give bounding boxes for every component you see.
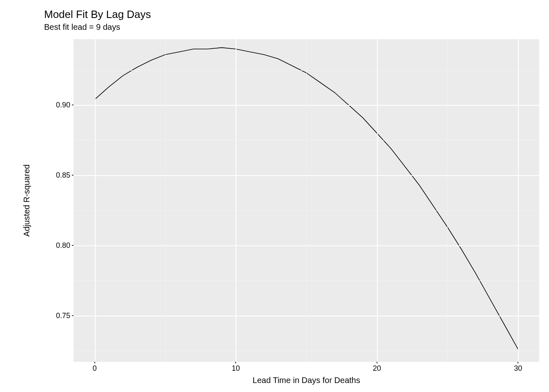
y-tick-label: 0.85 — [46, 171, 70, 180]
plot-area — [74, 39, 539, 362]
x-tick-mark — [518, 362, 518, 363]
y-tick-mark — [72, 245, 74, 246]
grid-line-v — [377, 39, 378, 362]
x-axis-label: Lead Time in Days for Deaths — [74, 376, 539, 385]
chart-title: Model Fit By Lag Days — [44, 8, 151, 21]
x-tick-label: 30 — [514, 364, 522, 373]
y-tick-mark — [72, 175, 74, 176]
y-tick-label: 0.75 — [46, 311, 70, 320]
grid-line-v-minor — [306, 39, 307, 362]
chart-container: Model Fit By Lag Days Best fit lead = 9 … — [0, 0, 549, 392]
x-tick-mark — [94, 362, 95, 363]
grid-line-v — [236, 39, 237, 362]
y-tick-mark — [72, 315, 74, 316]
x-tick-mark — [235, 362, 236, 363]
chart-subtitle: Best fit lead = 9 days — [44, 22, 120, 32]
x-tick-label: 0 — [93, 364, 97, 373]
grid-line-v-minor — [165, 39, 166, 362]
y-tick-label: 0.80 — [46, 241, 70, 249]
grid-line-v — [518, 39, 519, 362]
grid-line-v-minor — [447, 39, 448, 362]
y-tick-mark — [72, 105, 74, 105]
x-tick-label: 20 — [373, 364, 381, 373]
x-tick-label: 10 — [232, 364, 240, 373]
x-tick-mark — [377, 362, 377, 363]
grid-line-v — [95, 39, 96, 362]
y-tick-label: 0.90 — [46, 101, 70, 109]
y-axis-label: Adjusted R-squared — [22, 39, 31, 362]
